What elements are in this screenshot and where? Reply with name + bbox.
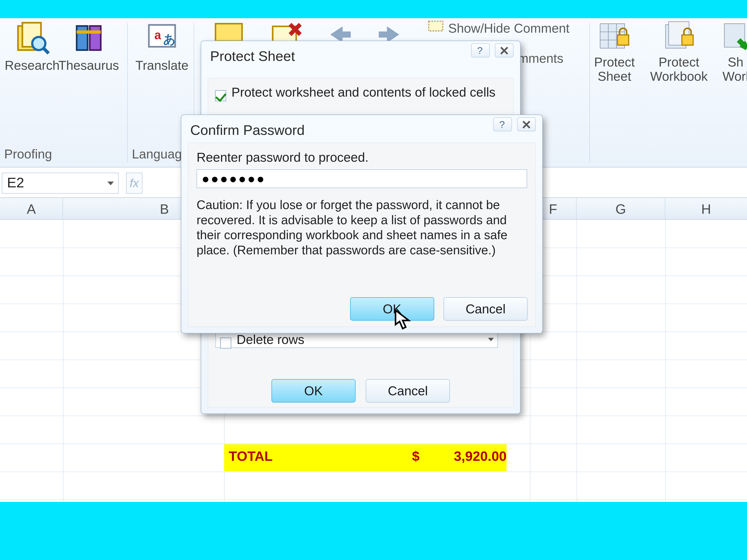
protect-sheet-label: Protect Sheet	[594, 55, 635, 83]
name-box[interactable]	[2, 173, 119, 194]
confirm-prompt: Reenter password to proceed.	[197, 150, 527, 165]
translate-button[interactable]: a あ Translate	[135, 21, 188, 73]
total-currency: $	[412, 448, 424, 464]
delete-rows-label: Delete rows	[236, 332, 304, 347]
close-icon	[499, 45, 509, 56]
show-hide-comment-button[interactable]: Show/Hide Comment	[428, 20, 570, 36]
thesaurus-button[interactable]: Thesaurus	[58, 21, 119, 73]
help-button[interactable]: ?	[471, 44, 490, 57]
svg-line-3	[43, 48, 49, 53]
protect-contents-checkbox[interactable]	[215, 90, 226, 101]
close-button[interactable]	[517, 117, 536, 131]
show-all-comments-cut[interactable]: mments	[518, 51, 564, 66]
svg-rect-25	[682, 35, 693, 45]
translate-label: Translate	[135, 58, 188, 73]
dropdown-icon[interactable]	[106, 179, 115, 188]
total-label: TOTAL	[229, 448, 299, 464]
confirm-password-title: Confirm Password	[190, 122, 305, 138]
protect-workbook-button[interactable]: Protect Workbook	[650, 20, 708, 83]
col-G[interactable]: G	[576, 198, 665, 220]
protect-workbook-label: Protect Workbook	[650, 55, 708, 83]
ribbon-separator	[127, 23, 128, 162]
research-icon	[15, 21, 50, 56]
translate-icon: a あ	[145, 21, 180, 56]
close-icon	[521, 119, 532, 130]
col-A[interactable]: A	[0, 198, 63, 220]
col-H[interactable]: H	[665, 198, 747, 220]
research-button[interactable]: Research	[5, 21, 59, 73]
close-button[interactable]	[495, 44, 514, 57]
name-box-input[interactable]	[2, 173, 91, 192]
svg-rect-10	[215, 24, 242, 41]
confirm-password-dialog: Confirm Password ? Reenter password to p…	[181, 114, 543, 334]
svg-text:?: ?	[477, 45, 483, 56]
total-value: 3,920.00	[437, 448, 507, 464]
svg-rect-14	[339, 31, 351, 37]
confirm-password-input[interactable]	[197, 169, 527, 188]
svg-rect-6	[77, 30, 101, 34]
thesaurus-label: Thesaurus	[58, 58, 119, 73]
svg-text:a: a	[154, 28, 161, 42]
protect-sheet-button[interactable]: Protect Sheet	[594, 20, 635, 83]
protect-sheet-title: Protect Sheet	[210, 48, 295, 64]
delete-rows-checkbox[interactable]	[220, 338, 231, 349]
confirm-cancel-button[interactable]: Cancel	[443, 297, 527, 321]
protect-workbook-icon	[663, 20, 695, 52]
comment-icon	[428, 20, 445, 36]
svg-text:あ: あ	[163, 32, 175, 46]
thesaurus-icon	[71, 21, 106, 56]
protect-cancel-button[interactable]: Cancel	[366, 379, 450, 402]
show-hide-comment-label: Show/Hide Comment	[448, 21, 570, 36]
svg-rect-16	[429, 21, 443, 31]
group-language-label: Language	[132, 146, 189, 161]
help-icon: ?	[497, 119, 508, 130]
fx-button[interactable]: fx	[126, 173, 143, 194]
mouse-cursor-icon	[394, 309, 411, 330]
protect-ok-button[interactable]: OK	[272, 379, 356, 402]
protect-sheet-icon	[598, 20, 631, 52]
research-label: Research	[5, 58, 59, 73]
confirm-caution-text: Caution: If you lose or forget the passw…	[197, 197, 527, 258]
help-button[interactable]: ?	[493, 117, 512, 131]
ribbon-separator	[589, 23, 590, 162]
help-icon: ?	[475, 45, 486, 56]
confirm-ok-button[interactable]: OK	[350, 297, 434, 321]
share-workbook-label: Sh Worl	[722, 55, 747, 83]
scroll-down-icon[interactable]	[487, 335, 495, 344]
svg-rect-4	[77, 26, 87, 50]
share-workbook-icon	[723, 20, 747, 52]
svg-rect-15	[379, 31, 390, 37]
svg-rect-22	[617, 35, 629, 45]
svg-rect-5	[90, 26, 101, 50]
excel-window-frame: Research Thesaurus a あ Translate	[0, 18, 747, 502]
svg-text:?: ?	[499, 119, 505, 130]
share-workbook-button-cut[interactable]: Sh Worl	[722, 20, 747, 83]
group-proofing-label: Proofing	[4, 146, 52, 161]
protect-contents-label: Protect worksheet and contents of locked…	[231, 85, 495, 99]
